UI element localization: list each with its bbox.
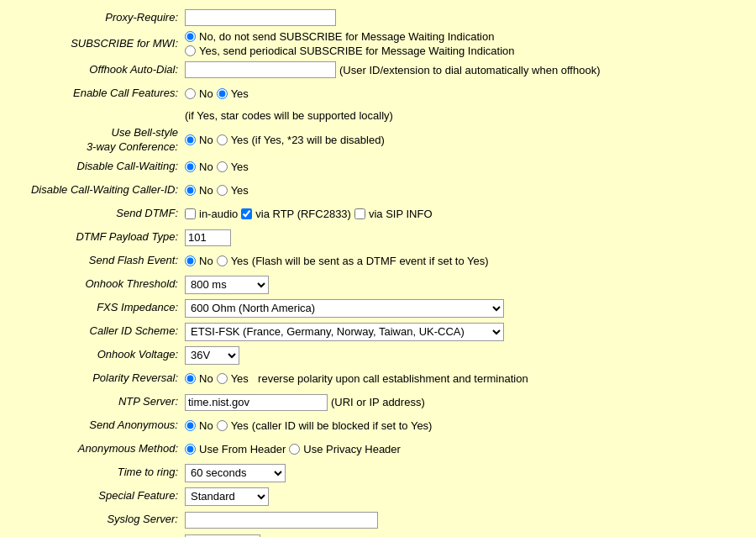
polarity-reversal-row: Polarity Reversal: No Yes reverse polari…: [8, 368, 748, 390]
enable-cf-yes-radio[interactable]: [217, 88, 228, 99]
send-dtmf-in-audio-option[interactable]: in-audio: [185, 208, 238, 220]
send-flash-no-label: No: [199, 255, 213, 267]
caller-id-scheme-row: Caller ID Scheme: ETSI-FSK (France, Germ…: [8, 321, 748, 343]
time-to-ring-select[interactable]: 30 seconds 60 seconds 90 seconds 120 sec…: [185, 464, 286, 482]
polarity-hint: reverse polarity upon call establishment…: [252, 372, 528, 385]
special-feature-select[interactable]: Standard MGCP Broadsoft ININ Huawei AR: [185, 487, 269, 506]
subscribe-mwi-no-radio[interactable]: [185, 31, 196, 42]
disable-cw-yes-radio[interactable]: [217, 161, 228, 172]
send-flash-yes-label: Yes: [231, 255, 249, 267]
special-feature-control: Standard MGCP Broadsoft ININ Huawei AR: [185, 487, 269, 506]
disable-cw-label: Disable Call-Waiting:: [8, 160, 185, 174]
syslog-level-row: Syslog Level: NONE ERROR WARNING NOTICE …: [8, 533, 748, 537]
subscribe-mwi-no-option: No, do not send SUBSCRIBE for Message Wa…: [185, 30, 515, 43]
special-feature-row: Special Feature: Standard MGCP Broadsoft…: [8, 486, 748, 508]
subscribe-mwi-yes-label: Yes, send periodical SUBSCRIBE for Messa…: [199, 45, 515, 57]
fxs-impedance-control: 600 Ohm (North America) 900 Ohm 270 Ohm …: [185, 299, 504, 318]
polarity-no-radio[interactable]: [185, 373, 196, 384]
send-dtmf-in-audio-label: in-audio: [199, 208, 238, 220]
enable-cf-hint-row: (if Yes, star codes will be supported lo…: [8, 106, 748, 124]
enable-cf-hint: (if Yes, star codes will be supported lo…: [185, 109, 393, 122]
enable-call-features-label: Enable Call Features:: [8, 87, 185, 101]
send-anonymous-control: No Yes (caller ID will be blocked if set…: [185, 419, 432, 432]
send-anon-yes-radio[interactable]: [217, 420, 228, 431]
bell-style-no-radio[interactable]: [185, 134, 196, 145]
time-to-ring-control: 30 seconds 60 seconds 90 seconds 120 sec…: [185, 464, 286, 482]
onhook-threshold-control: 800 ms 600 ms 400 ms 200 ms: [185, 276, 269, 294]
disable-cw-no-option: No: [185, 161, 213, 173]
syslog-server-input[interactable]: [185, 512, 378, 529]
syslog-server-control: [185, 512, 378, 529]
ntp-server-hint: (URI or IP address): [331, 396, 425, 408]
send-dtmf-via-sip-checkbox[interactable]: [354, 208, 365, 219]
anon-privacy-radio[interactable]: [289, 444, 300, 455]
disable-cwcid-yes-label: Yes: [231, 184, 249, 197]
bell-style-yes-label: Yes (if Yes, *23 will be disabled): [231, 134, 385, 146]
offhook-autodial-input[interactable]: [185, 61, 336, 78]
subscribe-mwi-no-label: No, do not send SUBSCRIBE for Message Wa…: [199, 30, 494, 43]
subscribe-mwi-row: SUBSCRIBE for MWI: No, do not send SUBSC…: [8, 30, 748, 57]
send-dtmf-in-audio-checkbox[interactable]: [185, 208, 196, 219]
ntp-server-input[interactable]: [185, 394, 328, 411]
enable-cf-no-radio[interactable]: [185, 88, 196, 99]
fxs-impedance-label: FXS Impedance:: [8, 301, 185, 315]
send-anonymous-label: Send Anonymous:: [8, 419, 185, 433]
disable-cw-yes-label: Yes: [231, 161, 249, 173]
polarity-no-label: No: [199, 372, 213, 385]
disable-cw-callerid-label: Disable Call-Waiting Caller-ID:: [8, 183, 185, 197]
bell-style-no-label: No: [199, 134, 213, 146]
proxy-require-input[interactable]: [185, 9, 336, 26]
polarity-reversal-label: Polarity Reversal:: [8, 371, 185, 386]
send-dtmf-via-rtp-label: via RTP (RFC2833): [255, 208, 351, 220]
caller-id-scheme-select[interactable]: ETSI-FSK (France, Germany, Norway, Taiwa…: [185, 323, 504, 341]
disable-cw-callerid-row: Disable Call-Waiting Caller-ID: No Yes: [8, 180, 748, 202]
send-flash-label: Send Flash Event:: [8, 254, 185, 268]
send-flash-yes-radio[interactable]: [217, 255, 228, 266]
ntp-server-label: NTP Server:: [8, 395, 185, 409]
anonymous-method-label: Anonymous Method:: [8, 442, 185, 456]
disable-cwcid-yes-radio[interactable]: [217, 185, 228, 196]
bell-style-row: Use Bell-style 3-way Conference: No Yes …: [8, 126, 748, 155]
enable-call-features-control: No Yes: [185, 87, 249, 100]
dtmf-payload-row: DTMF Payload Type:: [8, 227, 748, 249]
bell-style-yes-radio[interactable]: [217, 134, 228, 145]
polarity-yes-radio[interactable]: [217, 373, 228, 384]
send-flash-no-radio[interactable]: [185, 255, 196, 266]
send-anon-no-radio[interactable]: [185, 420, 196, 431]
subscribe-mwi-label: SUBSCRIBE for MWI:: [8, 37, 185, 51]
anon-from-option: Use From Header: [185, 443, 286, 455]
form-container: Proxy-Require: SUBSCRIBE for MWI: No, do…: [0, 0, 756, 537]
send-dtmf-via-sip-option[interactable]: via SIP INFO: [354, 208, 433, 220]
onhook-threshold-row: Onhook Threshold: 800 ms 600 ms 400 ms 2…: [8, 274, 748, 296]
disable-cwcid-yes-option: Yes: [217, 184, 249, 197]
anon-privacy-option: Use Privacy Header: [289, 443, 401, 455]
subscribe-mwi-control: No, do not send SUBSCRIBE for Message Wa…: [185, 30, 515, 57]
send-dtmf-via-rtp-option[interactable]: via RTP (RFC2833): [241, 208, 351, 220]
enable-call-features-row: Enable Call Features: No Yes: [8, 82, 748, 104]
send-flash-yes-option: Yes: [217, 255, 249, 267]
proxy-require-row: Proxy-Require:: [8, 7, 748, 29]
fxs-impedance-select[interactable]: 600 Ohm (North America) 900 Ohm 270 Ohm …: [185, 299, 504, 318]
send-anon-yes-label: Yes: [231, 419, 249, 432]
offhook-autodial-label: Offhook Auto-Dial:: [8, 63, 185, 77]
send-dtmf-via-rtp-checkbox[interactable]: [241, 208, 252, 219]
offhook-autodial-hint: (User ID/extension to dial automatically…: [339, 64, 600, 76]
send-dtmf-label: Send DTMF:: [8, 207, 185, 221]
onhook-threshold-select[interactable]: 800 ms 600 ms 400 ms 200 ms: [185, 276, 269, 294]
onhook-voltage-control: 36V 24V 48V: [185, 346, 239, 365]
onhook-voltage-select[interactable]: 36V 24V 48V: [185, 346, 239, 365]
time-to-ring-row: Time to ring: 30 seconds 60 seconds 90 s…: [8, 462, 748, 484]
send-anon-yes-option: Yes: [217, 419, 249, 432]
anon-from-radio[interactable]: [185, 444, 196, 455]
dtmf-payload-input[interactable]: [185, 229, 231, 246]
subscribe-mwi-yes-radio[interactable]: [185, 45, 196, 56]
send-anonymous-row: Send Anonymous: No Yes (caller ID will b…: [8, 415, 748, 437]
disable-cw-no-radio[interactable]: [185, 161, 196, 172]
enable-cf-no-option: No: [185, 87, 213, 100]
syslog-server-row: Syslog Server:: [8, 509, 748, 531]
dtmf-payload-control: [185, 229, 231, 246]
proxy-require-control: [185, 9, 336, 26]
disable-cwcid-no-radio[interactable]: [185, 185, 196, 196]
enable-cf-yes-label: Yes: [231, 87, 249, 100]
bell-style-label: Use Bell-style 3-way Conference:: [8, 126, 185, 155]
